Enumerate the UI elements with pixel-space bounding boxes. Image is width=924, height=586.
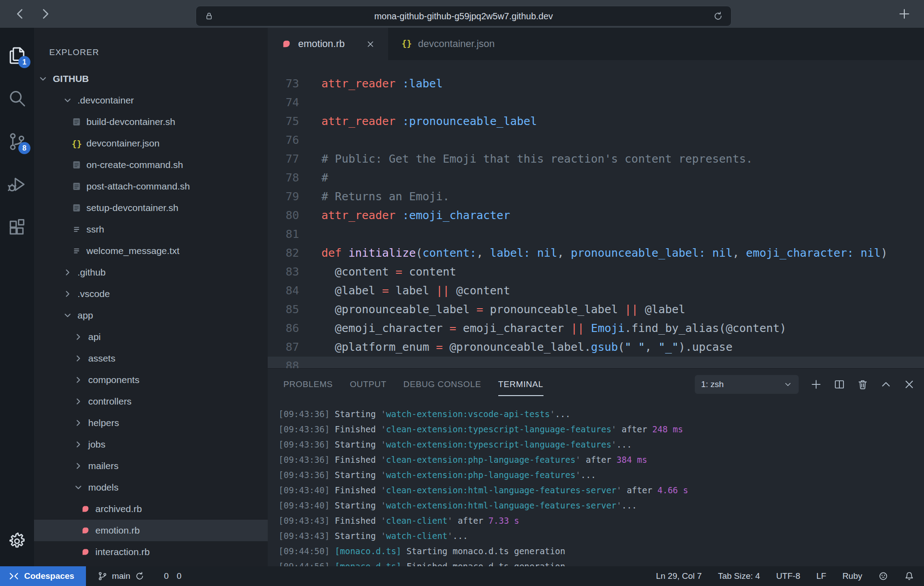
problems-indicator[interactable]: 0 0 <box>160 571 181 581</box>
terminal-line-2: [09:43:36] Finished 'clean-extension:typ… <box>278 422 924 437</box>
chevron-right-icon <box>73 375 83 385</box>
tree-item-jobs[interactable]: jobs <box>34 434 268 455</box>
forward-button[interactable] <box>38 7 52 21</box>
new-terminal-button[interactable] <box>810 379 822 390</box>
tree-item-on-create-command-sh[interactable]: on-create-command.sh <box>34 154 268 176</box>
tree-item-api[interactable]: api <box>34 326 268 348</box>
sh-file-icon <box>72 117 81 127</box>
activity-run-debug[interactable] <box>7 175 27 194</box>
back-button[interactable] <box>13 7 27 21</box>
warning-count: 0 <box>177 571 182 581</box>
tree-item-welcome-message-txt[interactable]: welcome_message.txt <box>34 240 268 262</box>
panel-tab-terminal[interactable]: TERMINAL <box>498 379 543 389</box>
ruby-file-icon <box>81 547 90 557</box>
refresh-icon[interactable] <box>713 11 723 21</box>
code-line-85[interactable]: 85 @pronounceable_label = pronounceable_… <box>268 300 924 319</box>
tab-size-indicator[interactable]: Tab Size: 4 <box>718 571 760 581</box>
code-line-78[interactable]: 78# <box>268 168 924 187</box>
line-number: 86 <box>268 319 299 338</box>
code-line-81[interactable]: 81 <box>268 225 924 244</box>
tree-item-models[interactable]: models <box>34 477 268 498</box>
tree-item-emotion-rb[interactable]: emotion.rb <box>34 520 268 541</box>
close-panel-button[interactable] <box>903 379 915 390</box>
split-terminal-button[interactable] <box>834 379 845 390</box>
tree-item--devcontainer[interactable]: .devcontainer <box>34 90 268 111</box>
tab-emotion-rb[interactable]: emotion.rb <box>268 28 388 60</box>
activity-bar: 1 8 <box>0 28 34 566</box>
code-line-80[interactable]: 80attr_reader :emoji_character <box>268 206 924 225</box>
activity-explorer[interactable]: 1 <box>7 46 27 65</box>
language-mode[interactable]: Ruby <box>843 571 862 581</box>
tree-item-app[interactable]: app <box>34 305 268 326</box>
tree-item-components[interactable]: components <box>34 369 268 391</box>
tree-item-label: mailers <box>88 461 119 471</box>
tree-item--github[interactable]: .github <box>34 262 268 283</box>
cursor-position[interactable]: Ln 29, Col 7 <box>656 571 702 581</box>
panel-tab-output[interactable]: OUTPUT <box>350 379 386 389</box>
code-editor[interactable]: 73attr_reader :label7475attr_reader :pro… <box>268 60 924 368</box>
code-line-88[interactable]: 88 <box>268 357 924 368</box>
close-icon[interactable] <box>366 40 375 48</box>
tree-item-setup-devcontainer-sh[interactable]: setup-devcontainer.sh <box>34 197 268 219</box>
panel-tab-debug-console[interactable]: DEBUG CONSOLE <box>403 379 481 389</box>
eol-indicator[interactable]: LF <box>816 571 826 581</box>
encoding-indicator[interactable]: UTF-8 <box>776 571 800 581</box>
code-line-79[interactable]: 79# Returns an Emoji. <box>268 187 924 206</box>
terminal-line-3: [09:43:36] Starting 'watch-extension:typ… <box>278 437 924 452</box>
terminal-line-8: [09:43:43] Finished 'clean-client' after… <box>278 513 924 528</box>
tree-root-github[interactable]: GITHUB <box>34 68 268 90</box>
code-text <box>299 225 321 244</box>
run-debug-icon <box>7 175 27 194</box>
kill-terminal-button[interactable] <box>857 379 868 390</box>
code-line-83[interactable]: 83 @content = content <box>268 263 924 281</box>
notifications-button[interactable] <box>904 571 914 581</box>
feedback-button[interactable] <box>878 571 888 581</box>
url-text: mona-github-github-g59jpq2w5w7.github.de… <box>214 11 713 22</box>
activity-source-control[interactable]: 8 <box>7 132 27 151</box>
tree-item--vscode[interactable]: .vscode <box>34 283 268 305</box>
code-line-75[interactable]: 75attr_reader :pronounceable_label <box>268 112 924 131</box>
tree-item-label: interaction.rb <box>95 547 150 557</box>
editor-tab-bar: emotion.rb {} devcontainer.json <box>268 28 924 60</box>
ruby-file-icon <box>81 504 90 514</box>
tab-devcontainer-json[interactable]: {} devcontainer.json <box>388 28 508 60</box>
address-bar[interactable]: mona-github-github-g59jpq2w5w7.github.de… <box>196 6 732 26</box>
panel-tab-problems[interactable]: PROBLEMS <box>283 379 333 389</box>
code-text <box>299 357 321 368</box>
sync-icon <box>135 571 145 581</box>
tree-item-mailers[interactable]: mailers <box>34 455 268 477</box>
tree-item-post-attach-command-sh[interactable]: post-attach-command.sh <box>34 176 268 197</box>
code-line-87[interactable]: 87 @platform_enum = @pronounceable_label… <box>268 338 924 357</box>
terminal-line-5: [09:43:36] Starting 'watch-extension:php… <box>278 467 924 483</box>
tree-item-archived-rb[interactable]: archived.rb <box>34 498 268 520</box>
terminal-line-1: [09:43:36] Starting 'watch-extension:vsc… <box>278 406 924 422</box>
tree-item-build-devcontainer-sh[interactable]: build-devcontainer.sh <box>34 111 268 133</box>
codespaces-remote-button[interactable]: Codespaces <box>0 566 86 586</box>
code-line-73[interactable]: 73attr_reader :label <box>268 74 924 93</box>
code-line-76[interactable]: 76 <box>268 131 924 150</box>
tree-item-ssrh[interactable]: ssrh <box>34 219 268 240</box>
tree-item-helpers[interactable]: helpers <box>34 412 268 434</box>
code-text: @pronounceable_label = pronounceable_lab… <box>299 300 685 319</box>
code-line-77[interactable]: 77# Public: Get the Emoji that this reac… <box>268 150 924 168</box>
code-line-82[interactable]: 82def initialize(content:, label: nil, p… <box>268 244 924 263</box>
tree-item-devcontainer-json[interactable]: {}devcontainer.json <box>34 133 268 154</box>
terminal-shell-select[interactable]: 1: zsh <box>695 375 799 394</box>
settings-button[interactable] <box>7 531 27 551</box>
tree-item-controllers[interactable]: controllers <box>34 391 268 412</box>
code-text: # Returns an Emoji. <box>299 187 449 206</box>
activity-extensions[interactable] <box>7 218 27 237</box>
code-line-74[interactable]: 74 <box>268 93 924 112</box>
line-number: 79 <box>268 187 299 206</box>
activity-search[interactable] <box>7 89 27 108</box>
new-tab-button[interactable] <box>898 8 911 20</box>
maximize-panel-button[interactable] <box>880 379 892 390</box>
tree-item-interaction-rb[interactable]: interaction.rb <box>34 541 268 563</box>
tree-item-assets[interactable]: assets <box>34 348 268 369</box>
branch-indicator[interactable]: main <box>98 571 145 581</box>
tree-item-label: components <box>88 375 139 385</box>
terminal-output[interactable]: [09:43:36] Starting 'watch-extension:vsc… <box>268 400 924 566</box>
code-line-84[interactable]: 84 @label = label || @content <box>268 281 924 300</box>
code-line-86[interactable]: 86 @emoji_character = emoji_character ||… <box>268 319 924 338</box>
browser-bar: mona-github-github-g59jpq2w5w7.github.de… <box>0 0 924 28</box>
